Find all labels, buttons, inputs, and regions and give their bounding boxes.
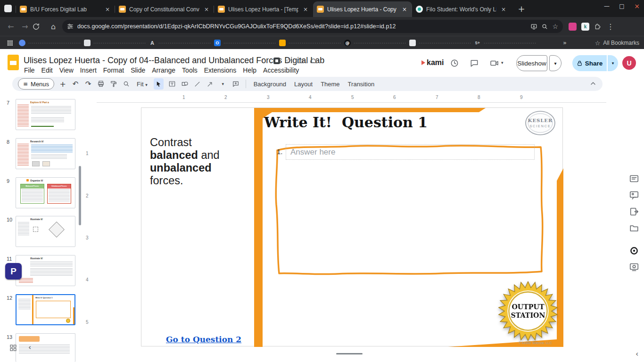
theme-button[interactable]: Theme <box>319 81 341 88</box>
url-text[interactable]: docs.google.com/presentation/d/1Edpzi-qk… <box>77 23 527 30</box>
arrow-tool-icon[interactable] <box>206 78 215 90</box>
bookmarks-overflow-icon[interactable]: » <box>563 39 567 46</box>
back-icon[interactable]: ← <box>4 22 18 31</box>
browser-tab-2[interactable]: Copy of Constitutional Conven × <box>115 1 214 17</box>
install-app-icon[interactable] <box>530 23 537 30</box>
menu-format[interactable]: Format <box>100 66 127 75</box>
doc-badge-icon[interactable] <box>273 58 280 64</box>
slide-title-textbox[interactable]: Write It! Question 1 <box>264 114 428 131</box>
meet-caret-icon[interactable]: ▾ <box>501 60 504 65</box>
paint-format-icon[interactable] <box>109 78 118 90</box>
slide-thumbnail-11[interactable]: Illustrate It! <box>16 255 75 286</box>
arrow-caret-icon[interactable]: ▾ <box>219 78 227 90</box>
window-close-icon[interactable]: × <box>633 2 641 10</box>
prompt-textbox[interactable]: Contrast balanced and unbalanced forces. <box>150 136 233 187</box>
menu-edit[interactable]: Edit <box>38 66 56 75</box>
menu-insert[interactable]: Insert <box>77 66 100 75</box>
slide-canvas[interactable]: Write It! Question 1 KESLER SCIENCE Cont… <box>141 107 563 346</box>
comment-icon[interactable] <box>470 58 479 68</box>
record-icon[interactable] <box>629 246 639 255</box>
apps-grid-icon[interactable] <box>7 40 13 46</box>
menu-file[interactable]: File <box>21 66 38 75</box>
browser-tab-1[interactable]: B/U Forces Digital Lab × <box>16 1 115 17</box>
image-comment-icon[interactable] <box>629 190 639 200</box>
maximize-icon[interactable]: □ <box>618 3 626 9</box>
kami-extension-icon[interactable]: k <box>581 23 589 31</box>
zoom-tool-icon[interactable] <box>122 78 131 90</box>
slide-thumbnail-9[interactable]: Organize It! Balanced Forces Unbalanced … <box>16 177 75 208</box>
star-document-icon[interactable]: ☆ <box>285 57 291 65</box>
slide-thumbnail-12-selected[interactable]: Write It! Question 1 <box>16 294 75 325</box>
line-tool-icon[interactable] <box>193 78 202 90</box>
bookmark-item[interactable]: A ······································… <box>149 40 214 46</box>
menus-search-button[interactable]: ≡ Menus <box>18 78 54 90</box>
collapse-filmstrip-icon[interactable]: ‹ <box>28 343 31 352</box>
collapse-side-panel-icon[interactable]: ‹ <box>636 349 638 358</box>
tab-close-icon[interactable]: × <box>500 6 507 13</box>
browser-tab-3[interactable]: Ulises Lopez Huerta - [Templat × <box>214 1 313 17</box>
select-tool-icon[interactable] <box>154 78 164 90</box>
tab-close-icon[interactable]: × <box>203 6 210 13</box>
slideshow-caret-button[interactable]: ▾ <box>549 55 561 71</box>
slides-app-icon[interactable] <box>8 55 19 70</box>
kami-logo[interactable]: kami <box>421 58 444 67</box>
new-tab-button[interactable]: + <box>516 4 527 14</box>
move-folder-icon[interactable] <box>297 57 304 65</box>
tab-close-icon[interactable]: × <box>302 6 309 13</box>
menu-extensions[interactable]: Extensions <box>201 66 239 75</box>
reader-panel-icon[interactable] <box>629 173 639 184</box>
undo-icon[interactable]: ↶ <box>71 78 80 90</box>
browser-menu-icon[interactable]: ⋮ <box>606 22 615 31</box>
forward-icon[interactable]: → <box>18 22 32 31</box>
menu-tools[interactable]: Tools <box>179 66 201 75</box>
slide-thumbnail-7[interactable]: Explore It! Part a <box>16 99 75 130</box>
tune-icon[interactable] <box>67 23 74 30</box>
menu-help[interactable]: Help <box>239 66 260 75</box>
bookmark-item[interactable]: 5+ ·····································… <box>474 40 539 46</box>
puzzle-icon[interactable] <box>594 23 602 30</box>
bookmark-star-icon[interactable]: ☆ <box>552 23 558 30</box>
grid-view-icon[interactable] <box>9 344 17 352</box>
folder-icon[interactable] <box>629 223 639 233</box>
text-box-icon[interactable] <box>168 78 176 90</box>
pink-extension-icon[interactable] <box>569 23 577 31</box>
collapse-toolbar-icon[interactable] <box>589 80 597 87</box>
menu-arrange[interactable]: Arrange <box>149 66 179 75</box>
all-bookmarks-button[interactable]: ☆ All Bookmarks <box>595 36 639 49</box>
meet-camera-icon[interactable] <box>489 58 499 68</box>
slide-thumbnail-13[interactable] <box>16 333 75 362</box>
zoom-select[interactable]: Fit ▾ <box>135 81 149 88</box>
refresh-icon[interactable] <box>32 23 46 31</box>
background-button[interactable]: Background <box>252 81 288 88</box>
user-avatar[interactable]: U <box>622 56 636 70</box>
filmstrip-scrollbar[interactable] <box>79 166 81 225</box>
transition-button[interactable]: Transition <box>346 81 377 88</box>
slide-thumbnail-10[interactable]: Illustrate It! <box>16 216 75 247</box>
menu-slide[interactable]: Slide <box>127 66 149 75</box>
slide-thumbnail-8[interactable]: Research It! <box>16 138 75 169</box>
bookmark-item[interactable]: ········································… <box>279 40 344 46</box>
minimize-icon[interactable]: — <box>603 3 611 9</box>
zoom-icon[interactable] <box>541 23 548 30</box>
bookmark-item[interactable]: ········································… <box>19 40 84 46</box>
cloud-status-icon[interactable] <box>309 57 317 65</box>
snapshot-icon[interactable] <box>629 262 639 272</box>
bookmark-item[interactable]: @ ······································… <box>344 40 409 46</box>
shape-tool-icon[interactable] <box>181 78 189 90</box>
slideshow-button[interactable]: Slideshow <box>516 55 547 71</box>
menu-accessibility[interactable]: Accessibility <box>260 66 302 75</box>
go-to-question-2-link[interactable]: Go to Question 2 <box>166 335 241 344</box>
browser-tab-5[interactable]: Filo Student: World's Only Live I × <box>412 1 511 17</box>
add-comment-icon[interactable] <box>231 78 240 90</box>
bookmark-item[interactable]: O ······································… <box>214 40 279 46</box>
layout-button[interactable]: Layout <box>292 81 314 88</box>
share-button[interactable]: Share <box>572 55 607 71</box>
tab-close-icon[interactable]: × <box>401 6 408 13</box>
browser-tab-4-active[interactable]: Ulises Lopez Huerta - Copy of C × <box>313 1 412 17</box>
kami-floating-button[interactable]: P <box>5 263 22 280</box>
menu-view[interactable]: View <box>56 66 77 75</box>
bookmark-item[interactable]: ········································… <box>84 40 149 46</box>
share-caret-button[interactable]: ▾ <box>608 55 618 71</box>
home-icon[interactable]: ⌂ <box>46 22 60 31</box>
tab-search-icon[interactable] <box>4 5 12 12</box>
